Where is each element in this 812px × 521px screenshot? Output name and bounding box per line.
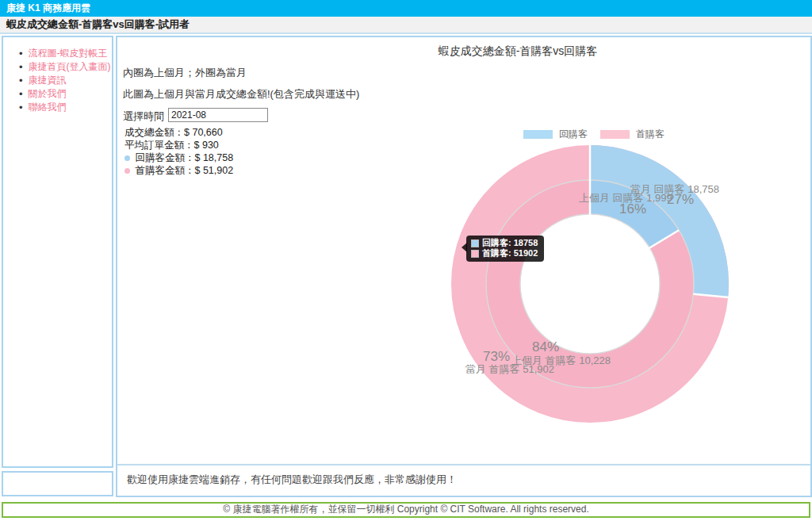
legend-item-first-purchase[interactable]: 首購客 [600, 128, 665, 141]
footer: © 康捷電腦著作權所有，並保留一切權利 Copyright © CIT Soft… [2, 502, 810, 518]
chart-title: 蝦皮成交總金額-首購客vs回購客 [333, 44, 703, 59]
bullet-icon: • [19, 75, 23, 86]
bullet-icon: • [19, 61, 23, 73]
section-divider [117, 464, 810, 465]
sidebar-link-flowchart[interactable]: 流程圖-蝦皮對帳王 [29, 47, 108, 60]
bullet-icon: • [19, 88, 23, 100]
sidebar-item-flowchart[interactable]: • 流程圖-蝦皮對帳王 [19, 47, 112, 60]
welcome-message: 歡迎使用康捷雲端進銷存，有任何問題歡迎跟我們反應，非常感謝使用！ [127, 473, 457, 487]
bullet-icon: • [19, 102, 23, 113]
sidebar-link-about[interactable]: 關於我們 [29, 87, 67, 101]
label-current-month-first-purchase: 當月 首購客 51,902 [465, 362, 554, 377]
stat-first-purchase-amount: 首購客金額：$ 51,902 [124, 164, 233, 178]
sidebar-item-contact[interactable]: • 聯絡我們 [19, 101, 112, 114]
bullet-icon: • [19, 48, 23, 59]
legend-swatch-blue [523, 130, 553, 139]
page-title: 蝦皮成交總金額-首購客vs回購客-試用者 [6, 18, 190, 30]
sidebar-item-about[interactable]: • 關於我們 [19, 87, 112, 101]
legend-item-returning[interactable]: 回購客 [523, 128, 588, 141]
ring-explanation-note: 內圈為上個月；外圈為當月 [123, 66, 247, 80]
copyright-text: © 康捷電腦著作權所有，並保留一切權利 Copyright © CIT Soft… [223, 504, 589, 515]
legend-label: 首購客 [636, 128, 665, 141]
sidebar-link-info[interactable]: 康捷資訊 [29, 74, 67, 87]
chart-legend: 回購客 首購客 [523, 128, 677, 141]
stat-total-amount: 成交總金額：$ 70,660 [124, 126, 223, 140]
pink-dot-icon [124, 168, 130, 174]
chart-tooltip: 回購客: 18758 首購客: 51902 [466, 236, 544, 262]
chart-description-note: 此圖為上個月與當月成交總金額!(包含完成與運送中) [123, 87, 359, 102]
tooltip-swatch-blue [471, 239, 479, 247]
stat-average-order: 平均訂單金額：$ 930 [124, 139, 219, 152]
stat-returning-amount: 回購客金額：$ 18,758 [124, 151, 233, 165]
sidebar-link-home[interactable]: 康捷首頁(登入畫面) [29, 60, 111, 74]
legend-swatch-pink [600, 130, 630, 139]
pct-last-month-first-purchase: 84% [532, 339, 559, 355]
pct-last-month-returning: 16% [619, 201, 646, 217]
sidebar: • 流程圖-蝦皮對帳王 • 康捷首頁(登入畫面) • 康捷資訊 • 關於我們 •… [2, 36, 113, 468]
app-header-bar: 康捷 K1 商務應用雲 [0, 0, 812, 17]
tooltip-swatch-pink [471, 250, 479, 258]
blue-dot-icon [124, 155, 130, 161]
time-input[interactable] [168, 108, 268, 122]
tooltip-row-first-purchase: 首購客: 51902 [471, 248, 538, 259]
sidebar-item-home[interactable]: • 康捷首頁(登入畫面) [19, 60, 112, 74]
legend-label: 回購客 [559, 128, 588, 141]
sidebar-link-list: • 流程圖-蝦皮對帳王 • 康捷首頁(登入畫面) • 康捷資訊 • 關於我們 •… [3, 37, 112, 114]
app-title: 康捷 K1 商務應用雲 [6, 2, 90, 13]
page: 康捷 K1 商務應用雲 蝦皮成交總金額-首購客vs回購客-試用者 • 流程圖-蝦… [0, 0, 812, 521]
page-title-bar: 蝦皮成交總金額-首購客vs回購客-試用者 [0, 17, 812, 34]
sidebar-link-contact[interactable]: 聯絡我們 [29, 101, 67, 114]
sidebar-item-info[interactable]: • 康捷資訊 [19, 74, 112, 87]
time-select-label: 選擇時間： [123, 109, 174, 124]
sidebar-secondary-panel [2, 471, 113, 496]
